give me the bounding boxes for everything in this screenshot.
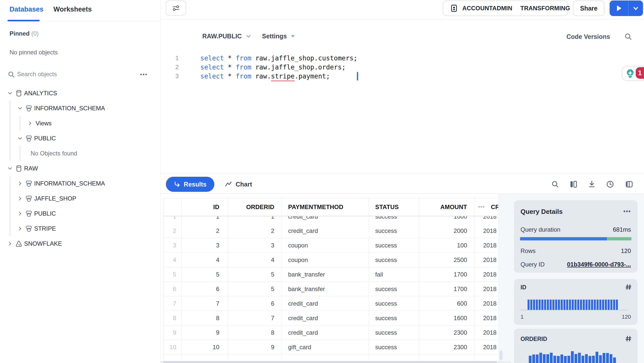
code-versions-link[interactable]: Code Versions (566, 33, 610, 40)
context-selector[interactable]: RAW.PUBLIC (202, 33, 252, 40)
worksheet-options-button[interactable] (166, 1, 186, 16)
numeric-hash-icon (624, 335, 632, 343)
search-icon (8, 71, 15, 78)
tree-item-analytics[interactable]: ANALYTICS (0, 86, 156, 101)
chevron-right-icon[interactable] (17, 226, 23, 232)
editor-search-icon[interactable] (624, 33, 632, 41)
column-header[interactable]: ORDERID (228, 198, 281, 216)
table-cell: 2018 (474, 340, 498, 354)
query-details-more-icon[interactable] (622, 209, 631, 214)
tree-item-public[interactable]: PUBLIC (0, 206, 156, 221)
chevron-right-icon[interactable] (17, 211, 23, 217)
history-clock-icon[interactable] (604, 178, 616, 191)
table-cell: 9 (181, 325, 228, 340)
tree-item-information-schema[interactable]: INFORMATION_SCHEMA (0, 176, 156, 191)
tab-worksheets[interactable]: Worksheets (53, 6, 92, 13)
chevron-right-icon[interactable] (17, 180, 23, 187)
table-cell: 5 (181, 267, 228, 282)
column-menu-icon[interactable] (478, 205, 485, 209)
line-number: 3 (161, 73, 179, 80)
chevron-right-icon[interactable] (17, 196, 23, 202)
table-cell: 5 (228, 267, 281, 282)
table-row[interactable]: 665bank_transfersuccess17002018 (163, 282, 498, 296)
columns-icon[interactable] (567, 178, 580, 191)
histogram-bar (546, 354, 549, 363)
table-row[interactable]: 998credit_cardsuccess23002018 (163, 325, 498, 340)
tree-item-snowflake[interactable]: SNOWFLAKE (0, 236, 156, 251)
split-panel-icon[interactable] (623, 178, 635, 191)
results-table[interactable]: IDORDERIDPAYMENTMETHODSTATUSAMOUNTCREATE… (163, 198, 498, 360)
horizontal-scrollbar-track[interactable] (161, 361, 511, 363)
chart-tab-label: Chart (236, 181, 252, 188)
table-cell: 4 (181, 253, 228, 267)
table-row[interactable]: 222credit_cardsuccess20002018 (163, 224, 498, 238)
column-header[interactable]: ID (181, 198, 228, 216)
schema-icon (25, 225, 33, 232)
tree-item-raw[interactable]: RAW (0, 161, 156, 176)
code-line-2[interactable]: 2select * from raw.jaffle_shop.orders; (161, 63, 637, 72)
column-header[interactable]: AMOUNT (419, 198, 474, 216)
vertical-scrollbar-thumb[interactable] (499, 350, 502, 360)
results-tab[interactable]: Results (166, 177, 214, 192)
histogram-bar (561, 300, 563, 310)
tree-item-jaffle-shop[interactable]: JAFFLE_SHOP (0, 191, 156, 206)
code-line-1[interactable]: 1select * from raw.jaffle_shop.customers… (161, 54, 637, 63)
database-icon (15, 165, 23, 172)
table-cell: 8 (181, 311, 228, 325)
context-role-warehouse-button[interactable]: ACCOUNTADMIN TRANSFORMING (443, 1, 568, 16)
column-header[interactable]: PAYMENTMETHOD (281, 198, 369, 216)
table-cell: 2018 (474, 267, 498, 282)
table-cell: 2018 (474, 325, 498, 340)
tree-item-stripe[interactable]: STRIPE (0, 221, 156, 236)
table-row[interactable]: 887credit_cardsuccess16002018 (163, 311, 498, 325)
horizontal-scrollbar-thumb[interactable] (163, 361, 497, 363)
code-line-3[interactable]: 3select * from raw.stripe.payment; (161, 72, 637, 81)
table-cell: 10 (181, 340, 228, 354)
table-row[interactable]: 444couponsuccess25002018 (163, 253, 498, 267)
table-cell (181, 354, 228, 360)
table-row[interactable]: 776credit_cardsuccess6002018 (163, 296, 498, 311)
run-options-button[interactable] (628, 5, 643, 12)
table-cell: credit_card (281, 311, 369, 325)
column-header[interactable] (163, 198, 181, 216)
table-row[interactable]: 555bank_transferfail17002018 (163, 267, 498, 282)
chevron-down-icon[interactable] (7, 90, 13, 96)
chevron-right-icon[interactable] (27, 120, 33, 126)
histogram-bar (547, 300, 549, 310)
table-row[interactable]: 333couponsuccess1002018 (163, 238, 498, 253)
query-id-link[interactable]: 01b349f6-0000-d793-... (567, 261, 631, 268)
query-duration-row: Query duration 681ms (521, 226, 631, 233)
share-button[interactable]: Share (573, 1, 605, 16)
chevron-down-icon[interactable] (17, 135, 23, 141)
search-objects-input[interactable]: Search objects (17, 71, 57, 78)
table-row[interactable]: 111credit_cardsuccess10002018 (163, 216, 498, 224)
histogram-bar (591, 300, 593, 310)
settings-dropdown[interactable]: Settings (262, 33, 295, 40)
tree-item-public[interactable]: PUBLIC (0, 131, 156, 146)
tree-item-views[interactable]: Views (0, 116, 156, 131)
chevron-right-icon[interactable] (7, 241, 13, 247)
histogram-bar (583, 300, 585, 310)
download-icon[interactable] (586, 178, 598, 191)
lightbulb-icon (625, 68, 635, 78)
sidebar-more-icon[interactable] (140, 71, 148, 78)
histogram-bar (577, 300, 579, 310)
table-row[interactable] (163, 354, 498, 360)
results-search-icon[interactable] (549, 178, 561, 191)
chevron-down-icon[interactable] (7, 165, 13, 171)
id-histogram (528, 300, 618, 310)
table-cell: 2018 (474, 253, 498, 267)
tab-databases[interactable]: Databases (10, 6, 43, 13)
chevron-down-icon (632, 5, 639, 12)
line-chart-icon (225, 181, 232, 188)
table-row[interactable]: 10109gift_cardsuccess23002018 (163, 340, 498, 354)
tree-item-information-schema[interactable]: INFORMATION_SCHEMA (0, 101, 156, 116)
role-label: ACCOUNTADMIN (462, 5, 512, 12)
schema-icon (25, 105, 33, 112)
chevron-down-icon[interactable] (17, 105, 23, 111)
run-button[interactable] (610, 5, 628, 12)
table-cell: fail (369, 267, 419, 282)
tree-item-no-objects-found[interactable]: No Objects found (0, 146, 156, 161)
chart-tab[interactable]: Chart (225, 177, 252, 192)
column-header[interactable]: STATUS (369, 198, 419, 216)
